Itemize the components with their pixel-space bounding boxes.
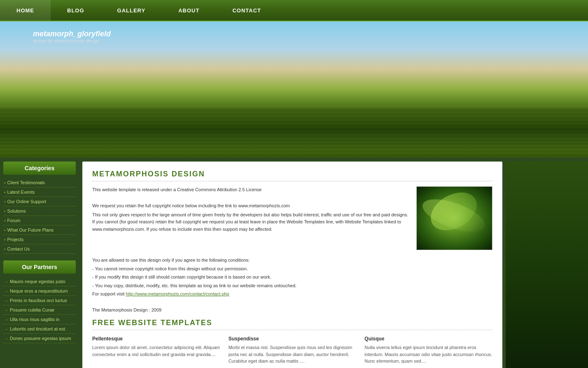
list-item: Projects [3,235,76,244]
body-text-0: We request you retain the full copyright… [92,202,410,210]
nav-item-contact[interactable]: CONTACT [216,0,278,21]
sidebar-nav-link[interactable]: Forum [4,218,75,223]
list-item: Donec posuere egestas ipsum [3,334,76,343]
main-nav: HOMEBLOGGALLERYABOUTCONTACT [0,0,278,21]
categories-title: Categories [3,162,76,175]
list-item: Client Testimonials [3,178,76,188]
list-item: Contact Us [3,244,76,254]
list-item: Our Online Support [3,197,76,206]
template-col-body: Lorem ipsum dolor sit amet, consectetur … [92,344,220,358]
list-item: Primis in faucibus orci luctus [3,296,76,305]
template-col: PellentesqueLorem ipsum dolor sit amet, … [92,336,220,365]
condition-0: - You cannot remove copyright notice fro… [92,265,492,273]
content-main-title: METAMORPHOSIS DESIGN [92,170,492,181]
sidebar-nav-link[interactable]: Our Online Support [4,199,75,204]
nav-item-gallery[interactable]: GALLERY [101,0,162,21]
right-decorative-col [506,162,588,368]
list-item: Lobortis sed tincidunt at est. [3,324,76,334]
partner-link[interactable]: Posuere cubilia Curae [4,307,75,312]
template-col-title: Quisque [364,336,492,342]
list-item: What Our Future Plans [3,225,76,235]
partner-link[interactable]: Neque eros a nequestibulum [4,288,75,293]
template-col: QuisqueNulla viverra tellus eget ipsum t… [364,336,492,365]
header-banner: metamorph_gloryfield design by metamorph… [0,21,588,157]
list-item: Mauris neque egestas justo [3,277,76,286]
template-col-body: Nulla viverra tellus eget ipsum tincidun… [364,344,492,365]
sidebar-nav-link[interactable]: Latest Events [4,190,75,195]
list-item: Solutions [3,206,76,216]
site-title: metamorph_gloryfield design by metamorph… [33,30,111,43]
footer-note: The Metamorphosis Design : 2009 [92,307,492,314]
partner-link[interactable]: Ulla risus risus sagittis in [4,317,75,322]
nav-item-blog[interactable]: BLOG [51,0,101,21]
nav-item-home[interactable]: HOME [0,0,51,21]
list-item: Neque eros a nequestibulum [3,286,76,296]
body-text-1: This not only gives respect to the large… [92,211,410,233]
partner-link[interactable]: Mauris neque egestas justo [4,279,75,284]
support-link[interactable]: http://www.metamorphozis.com/contact/con… [126,291,229,296]
partner-link[interactable]: Lobortis sed tincidunt at est. [4,326,75,331]
sidebar-nav-link[interactable]: Solutions [4,209,75,213]
sidebar-nav-link[interactable]: What Our Future Plans [4,227,75,232]
template-col-body: Morbi et massa nisl. Suspendisse quis ri… [229,344,357,365]
intro-paragraph: This website template is released under … [92,186,410,194]
list-item: Forum [3,216,76,225]
sidebar-nav-link[interactable]: Client Testimonials [4,180,75,185]
sidebar: Categories Client TestimonialsLatest Eve… [0,157,79,368]
sidebar-nav-link[interactable]: Contact Us [4,246,75,251]
partners-title: Our Partners [3,260,76,274]
nav-bar: HOMEBLOGGALLERYABOUTCONTACT [0,0,588,21]
condition-1: - If you modify this design it still sho… [92,274,492,281]
site-tagline: design by metamorphosis design [33,38,111,43]
content-text: This website template is released under … [92,186,410,250]
main-layout: Categories Client TestimonialsLatest Eve… [0,157,588,368]
content-top: This website template is released under … [92,186,492,250]
sidebar-nav-list: Client TestimonialsLatest EventsOur Onli… [3,178,76,254]
partner-link[interactable]: Primis in faucibus orci luctus [4,298,75,303]
content-area: METAMORPHOSIS DESIGN This website templa… [82,162,502,368]
templates-grid: PellentesqueLorem ipsum dolor sit amet, … [92,336,492,365]
sidebar-nav-link[interactable]: Projects [4,237,75,242]
site-name: metamorph_gloryfield [33,30,111,38]
list-item: Latest Events [3,188,76,197]
conditions-text: You are allowed to use this design only … [92,257,492,314]
list-item: Ulla risus risus sagittis in [3,315,76,324]
list-item: Posuere cubilia Curae [3,305,76,315]
partners-list: Mauris neque egestas justoNeque eros a n… [3,277,76,343]
nav-item-about[interactable]: ABOUT [162,0,216,21]
content-image [416,186,492,250]
template-col-title: Suspendisse [229,336,357,342]
support-line: For support visit http://www.metamorphoz… [92,291,492,298]
condition-2: - You may copy, distribute, modify, etc.… [92,282,492,290]
conditions-title: You are allowed to use this design only … [92,257,492,264]
partner-link[interactable]: Donec posuere egestas ipsum [4,336,75,341]
template-col-title: Pellentesque [92,336,220,342]
template-col: SuspendisseMorbi et massa nisl. Suspendi… [229,336,357,365]
free-templates-title: FREE WEBSITE TEMPLATES [92,319,492,330]
